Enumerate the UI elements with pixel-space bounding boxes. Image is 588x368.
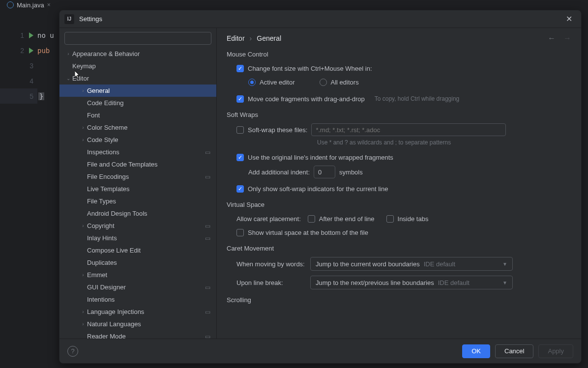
tree-item-language-injections[interactable]: ›Language Injections▭	[59, 306, 216, 318]
tree-item-file-encodings[interactable]: ›File Encodings▭	[59, 170, 216, 183]
tree-item-label: File and Code Templates	[87, 161, 158, 168]
close-icon[interactable]: ×	[47, 1, 51, 8]
help-icon[interactable]: ?	[67, 346, 78, 357]
tree-item-label: Color Scheme	[87, 124, 127, 131]
select-hint: IDE default	[438, 279, 470, 286]
tree-item-appearance-behavior[interactable]: ›Appearance & Behavior	[59, 48, 216, 60]
tree-item-label: Language Injections	[87, 308, 144, 315]
checkbox-after-eol[interactable]	[308, 215, 315, 223]
run-icon[interactable]	[29, 48, 33, 54]
settings-tree-panel: 🔍 ›Appearance & Behavior›Keymap⌄Editor›G…	[59, 28, 217, 339]
breadcrumb-leaf: General	[257, 34, 281, 42]
select-hint: IDE default	[424, 260, 455, 268]
ok-button[interactable]: OK	[462, 344, 490, 358]
chevron-right-icon[interactable]: ›	[80, 223, 86, 228]
checkbox-only-current-line[interactable]	[236, 185, 244, 193]
chevron-right-icon[interactable]: ›	[65, 51, 71, 57]
tree-item-android-design-tools[interactable]: ›Android Design Tools	[59, 207, 216, 220]
java-file-icon	[7, 1, 14, 8]
tree-item-code-editing[interactable]: ›Code Editing	[59, 97, 216, 109]
tree-item-intentions[interactable]: ›Intentions	[59, 293, 216, 306]
tree-item-gui-designer[interactable]: ›GUI Designer▭	[59, 281, 216, 293]
tree-item-label: General	[87, 87, 110, 94]
code-text: }	[38, 92, 44, 100]
label-all-editors: All editors	[331, 79, 359, 86]
tree-item-duplicates[interactable]: ›Duplicates	[59, 256, 216, 269]
label-line-break: Upon line break:	[236, 279, 306, 286]
cancel-button[interactable]: Cancel	[495, 344, 533, 358]
chevron-right-icon[interactable]: ›	[80, 309, 86, 314]
checkbox-inside-tabs[interactable]	[386, 215, 394, 223]
tree-item-reader-mode[interactable]: ›Reader Mode▭	[59, 330, 216, 339]
apply-button[interactable]: Apply	[538, 344, 573, 358]
scope-icon: ▭	[205, 309, 210, 315]
checkbox-move-drag[interactable]	[236, 95, 244, 103]
tree-item-font[interactable]: ›Font	[59, 109, 216, 121]
chevron-down-icon[interactable]: ⌄	[65, 76, 71, 81]
chevron-right-icon[interactable]: ›	[80, 321, 86, 327]
chevron-right-icon[interactable]: ›	[80, 272, 86, 278]
settings-content[interactable]: Mouse Control Change font size with Ctrl…	[217, 49, 581, 339]
run-icon[interactable]	[29, 32, 33, 38]
tree-item-general[interactable]: ›General	[59, 85, 216, 97]
tree-item-natural-languages[interactable]: ›Natural Languages	[59, 318, 216, 330]
breadcrumb: Editor › General ← →	[217, 28, 581, 49]
label-use-indent: Use the original line's indent for wrapp…	[248, 154, 393, 161]
checkbox-show-bottom[interactable]	[236, 229, 244, 236]
tree-item-live-templates[interactable]: ›Live Templates	[59, 183, 216, 195]
dialog-titlebar[interactable]: IJ Settings ✕	[59, 10, 581, 28]
settings-search-input[interactable]	[64, 32, 211, 45]
tree-item-label: GUI Designer	[87, 283, 126, 291]
checkbox-use-indent[interactable]	[236, 154, 244, 161]
nav-back-icon[interactable]: ←	[548, 34, 556, 43]
dialog-footer: ? OK Cancel Apply	[59, 339, 581, 363]
radio-all-editors[interactable]	[320, 79, 327, 86]
settings-tree[interactable]: ›Appearance & Behavior›Keymap⌄Editor›Gen…	[59, 48, 216, 339]
input-soft-wrap-patterns[interactable]	[311, 123, 506, 136]
label-inside-tabs: Inside tabs	[398, 215, 429, 223]
chevron-right-icon[interactable]: ›	[80, 88, 86, 93]
tree-item-label: Natural Languages	[87, 320, 141, 328]
scope-icon: ▭	[205, 284, 210, 291]
tree-item-label: Reader Mode	[87, 333, 126, 339]
chevron-down-icon: ▼	[502, 261, 507, 267]
section-soft-wraps: Soft Wraps	[227, 111, 571, 118]
tree-item-color-scheme[interactable]: ›Color Scheme	[59, 121, 216, 134]
tree-item-inlay-hints[interactable]: ›Inlay Hints▭	[59, 232, 216, 244]
app-icon: IJ	[64, 14, 74, 24]
label-change-font-size: Change font size with Ctrl+Mouse Wheel i…	[248, 65, 372, 72]
editor-tab-main[interactable]: Main.java ×	[3, 0, 55, 10]
tree-item-emmet[interactable]: ›Emmet	[59, 269, 216, 281]
tree-item-inspections[interactable]: ›Inspections▭	[59, 146, 216, 158]
tree-item-copyright[interactable]: ›Copyright▭	[59, 220, 216, 232]
editor-tab-label: Main.java	[17, 1, 44, 9]
checkbox-change-font-size[interactable]	[236, 65, 244, 72]
tree-item-label: File Encodings	[87, 173, 129, 180]
radio-active-editor[interactable]	[248, 79, 256, 86]
scope-icon: ▭	[205, 149, 210, 156]
tree-item-editor[interactable]: ⌄Editor	[59, 72, 216, 85]
input-add-indent[interactable]	[314, 166, 335, 178]
checkbox-soft-wrap-files[interactable]	[236, 126, 244, 134]
select-by-words[interactable]: Jump to the current word boundaries IDE …	[310, 257, 513, 271]
section-virtual-space: Virtual Space	[227, 201, 571, 208]
breadcrumb-root[interactable]: Editor	[227, 34, 245, 42]
chevron-right-icon[interactable]: ›	[80, 137, 86, 142]
label-after-eol: After the end of line	[319, 215, 375, 223]
chevron-right-icon: ›	[250, 34, 252, 42]
hint-wildcards: Use * and ? as wildcards and ; to separa…	[317, 139, 571, 146]
editor-gutter: 1 2 3 4 5	[0, 13, 37, 368]
tree-item-file-and-code-templates[interactable]: ›File and Code Templates	[59, 158, 216, 170]
close-icon[interactable]: ✕	[562, 12, 576, 26]
tree-item-keymap[interactable]: ›Keymap	[59, 60, 216, 72]
label-move-drag: Move code fragments with drag-and-drop	[248, 95, 365, 103]
nav-forward-icon[interactable]: →	[563, 34, 571, 43]
dialog-title: Settings	[79, 15, 102, 23]
chevron-right-icon[interactable]: ›	[80, 125, 86, 130]
tree-item-label: Intentions	[87, 296, 115, 303]
tree-item-compose-live-edit[interactable]: ›Compose Live Edit	[59, 244, 216, 256]
tree-item-code-style[interactable]: ›Code Style	[59, 134, 216, 146]
select-line-break[interactable]: Jump to the next/previous line boundarie…	[310, 276, 513, 289]
tree-item-file-types[interactable]: ›File Types	[59, 195, 216, 207]
code-area[interactable]: no u pub }	[37, 13, 54, 368]
